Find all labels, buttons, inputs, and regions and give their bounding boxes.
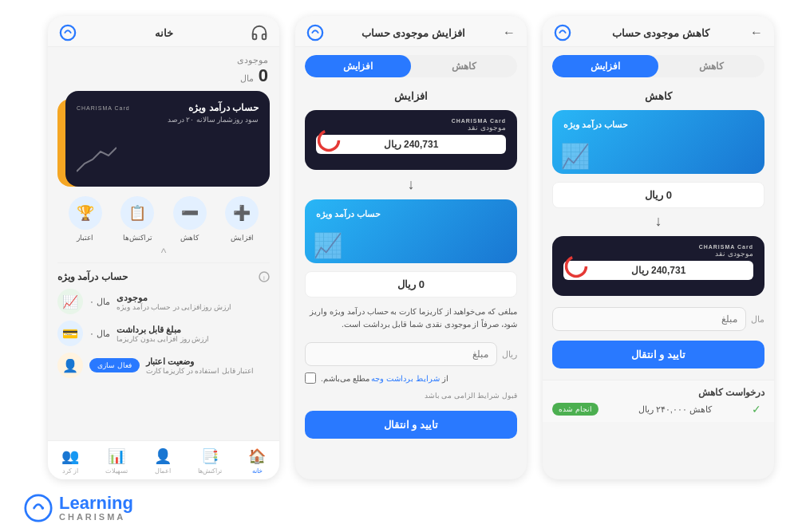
- phone2-arrow-down: ↓: [295, 176, 527, 193]
- phone3-action-increase[interactable]: ➕ افزایش: [225, 196, 259, 242]
- phone-home: خانه موجودی 0 مال حساب درآمد ویژه سود رو…: [48, 16, 279, 479]
- phone3-action-decrease[interactable]: ➖ کاهش: [173, 196, 207, 242]
- phone1-chart-icon: 📈: [560, 142, 590, 170]
- phone1-amount-input[interactable]: [552, 307, 746, 331]
- brand-charisma-text: CHARISMA: [59, 512, 133, 522]
- phone3-info-icon: i: [259, 271, 270, 282]
- phone2-input-row: ریال: [305, 342, 517, 366]
- phone3-action-transactions[interactable]: 📋 تراکنش‌ها: [120, 196, 154, 242]
- phone3-info-row3-icon-circle: 👤: [57, 353, 83, 378]
- phone1-check-icon: ✓: [752, 403, 761, 416]
- phone3-nav-item-transactions[interactable]: 📑 تراکنش‌ها: [198, 447, 222, 475]
- phone2-terms-checkbox[interactable]: [305, 372, 316, 384]
- phone1-charisma-logo: CHARISMA Card: [563, 244, 753, 250]
- svg-point-0: [555, 26, 570, 40]
- phone1-request-section: درخواست کاهش ✓ کاهش ۲۴۰,۰۰۰ ریال انجام ش…: [543, 380, 774, 422]
- phone1-top-value: 0 ریال: [552, 182, 764, 208]
- phone3-balance-label: موجودی: [59, 55, 268, 65]
- phone3-info-row2-sub: ارزش روز افزایی بدون کاریزما: [117, 335, 209, 343]
- phone3-info-row1-label: موجودی: [117, 293, 148, 303]
- phone2-checkbox-note: قبول شرایط الزامی می باشد: [425, 392, 517, 400]
- phone3-transactions-nav-label: تراکنش‌ها: [198, 467, 222, 475]
- phone3-info-row-1: موجودی ارزش روزافزایی در حساب درآمد ویژه…: [57, 289, 270, 314]
- phone2-terms-link[interactable]: شرایط برداشت وجه: [371, 374, 440, 383]
- phone3-actions-nav-icon: 👤: [154, 447, 172, 465]
- phone3-dark-home-card: حساب درآمد ویژه سود روزشمار سالانه ۲۰ در…: [65, 91, 270, 187]
- phone3-transactions-label: تراکنش‌ها: [123, 234, 152, 242]
- phone3-facilities-nav-icon: 📊: [108, 447, 125, 465]
- phone3-balance-value: 0: [259, 65, 268, 86]
- phone2-logo-icon: [306, 24, 324, 41]
- phone3-nav-item-group[interactable]: 👥 از کرد: [61, 447, 79, 475]
- phone3-info-row1-value: مال ۰: [89, 297, 110, 307]
- phone2-tab-decrease[interactable]: کاهش: [411, 55, 517, 77]
- phone3-activate-btn[interactable]: فعال سازی: [89, 358, 140, 372]
- phone3-decrease-circle: ➖: [173, 196, 207, 230]
- phone3-info-row-2: مبلغ قابل برداشت ارزش روز افزایی بدون کا…: [57, 321, 270, 346]
- phone3-card-content: حساب درآمد ویژه سود روزشمار سالانه ۲۰ در…: [168, 102, 259, 124]
- phone3-facilities-nav-label: تسهیلات: [105, 467, 128, 475]
- phone2-header: ← افزایش موجودی حساب: [295, 16, 527, 47]
- phone3-divider: [57, 262, 270, 263]
- phone3-logo-icon: [59, 24, 77, 41]
- phone1-back-arrow[interactable]: ←: [750, 26, 763, 40]
- phone3-home-icon: 🏠: [248, 447, 266, 465]
- phone2-blue-card: حساب درآمد ویژه 📈: [305, 199, 517, 263]
- phone3-info-row1-icon-circle: 📈: [57, 289, 83, 314]
- phone1-dark-card: CHARISMA Card موجودی نقد 240,731 ریال: [552, 236, 764, 296]
- phone2-confirm-btn[interactable]: تایید و انتقال: [305, 411, 517, 439]
- phone3-info-title-row: i حساب درآمد ویژه: [57, 271, 270, 282]
- phone1-input-unit: مال: [751, 314, 764, 325]
- svg-point-2: [308, 26, 322, 40]
- phone3-info-row2-icon-circle: 💳: [57, 321, 83, 346]
- phone1-toggle: کاهش افزایش: [552, 55, 764, 77]
- phone3-nav-item-actions[interactable]: 👤 اعمال: [154, 447, 172, 475]
- phone1-input-row: مال: [552, 307, 764, 331]
- phone3-increase-label: افزایش: [231, 234, 254, 242]
- phone2-dark-card-value: 240,731 ریال: [316, 135, 506, 154]
- phone3-card-subtitle: سود روزشمار سالانه ۲۰ درصد: [168, 116, 259, 124]
- phone2-section-label: افزایش: [295, 85, 527, 105]
- phone3-nav-item-home[interactable]: 🏠 خانه: [248, 447, 266, 475]
- phone1-tab-increase[interactable]: افزایش: [552, 55, 658, 77]
- phone3-info-row2-label: مبلغ قابل برداشت: [117, 325, 181, 335]
- phone3-home-nav-label: خانه: [252, 467, 263, 475]
- phone1-top-card-title: حساب درآمد ویژه: [563, 120, 628, 130]
- phone2-description: مبلغی که می‌خواهید از کاریزما کارت به حس…: [295, 301, 527, 336]
- phone3-nav-item-facilities[interactable]: 📊 تسهیلات: [105, 447, 128, 475]
- phone3-transactions-nav-icon: 📑: [201, 447, 219, 465]
- phone3-cards-area: حساب درآمد ویژه سود روزشمار سالانه ۲۰ در…: [57, 91, 270, 187]
- phone2-back-arrow[interactable]: ←: [503, 26, 516, 40]
- phone2-input-unit: ریال: [502, 349, 517, 360]
- phone3-info-row2-content: مبلغ قابل برداشت ارزش روز افزایی بدون کا…: [117, 325, 270, 343]
- phone3-info-row3-label: وضعیت اعتبار: [146, 357, 194, 367]
- phone1-dark-card-value: 240,731 ریال: [563, 261, 753, 280]
- phone3-action-credit[interactable]: 🏆 اعتبار: [69, 196, 102, 242]
- phone2-tab-increase[interactable]: افزایش: [305, 55, 411, 77]
- phone1-balance-label: موجودی نقد: [563, 250, 753, 258]
- phone3-chevron-up[interactable]: ^: [48, 246, 279, 259]
- phone3-info-row3-icon: 👤: [62, 358, 78, 373]
- phone3-info-row1-content: موجودی ارزش روزافزایی در حساب درآمد ویژه: [117, 293, 270, 311]
- phone3-info-row1-icon: 📈: [62, 294, 78, 309]
- phone3-chart-icon: [77, 144, 117, 175]
- phone1-header: ← کاهش موجودی حساب: [543, 16, 774, 47]
- phone2-bottom-value: 0 ریال: [305, 271, 517, 298]
- phone1-confirm-btn[interactable]: تایید و انتقال: [552, 341, 764, 368]
- phone1-spinner-icon: [563, 254, 589, 279]
- phone2-charisma-logo: CHARISMA Card: [316, 118, 506, 124]
- phone3-info-row-3: وضعیت اعتبار اعتبار قابل استفاده در کاری…: [57, 353, 270, 378]
- phone2-amount-input[interactable]: [305, 342, 497, 366]
- phone3-credit-circle: 🏆: [69, 196, 102, 230]
- phone3-info-section: i حساب درآمد ویژه موجودی ارزش روزافزایی …: [48, 266, 279, 389]
- brand-footer: Learning CHARISMA: [0, 487, 798, 532]
- phone1-request-amount: کاهش ۲۴۰,۰۰۰ ریال: [638, 404, 712, 415]
- phone3-increase-circle: ➕: [225, 196, 259, 230]
- phone1-tab-decrease[interactable]: کاهش: [658, 55, 764, 77]
- phone1-section-label: کاهش: [543, 85, 774, 105]
- phone3-info-row2-icon: 💳: [62, 326, 78, 341]
- phone3-title: خانه: [155, 27, 173, 39]
- phone1-logo-icon: [554, 24, 571, 41]
- phone3-card-title: حساب درآمد ویژه: [168, 102, 259, 113]
- phone2-checkbox-label: از شرایط برداشت وجه مطلع می‌باشم.: [321, 374, 448, 383]
